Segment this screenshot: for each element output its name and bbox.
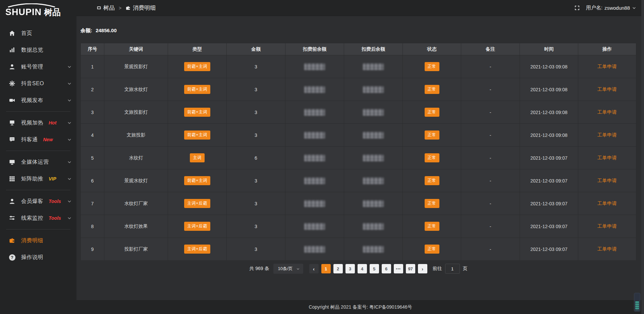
- cell-time: 2021-12-03 09:07: [520, 169, 578, 192]
- cell-action: 工单申请: [578, 78, 636, 101]
- wallet-icon: [9, 237, 15, 244]
- work-order-link[interactable]: 工单申请: [597, 223, 617, 229]
- sidebar-item-tag: Hot: [49, 120, 56, 125]
- cell-action: 工单申请: [578, 55, 636, 78]
- logo-text-cn: 树品: [44, 7, 61, 18]
- goto-unit: 页: [463, 266, 468, 272]
- sidebar-item-label: 数据总览: [21, 47, 43, 54]
- sidebar-item-3[interactable]: 抖音SEO: [0, 75, 76, 92]
- cell-time: 2021-12-03 09:08: [520, 55, 578, 78]
- cell-remark: -: [461, 55, 520, 78]
- consumption-table: 序号关键词类型金额扣费前余额扣费后余额状态备注时间操作 1景观投影灯前霸+主词3…: [80, 43, 636, 261]
- cell-pre-balance: [285, 55, 344, 78]
- sidebar-item-tag: VIP: [49, 176, 56, 181]
- sidebar-item-9[interactable]: 会员爆客Tools: [0, 193, 76, 210]
- column-header: 操作: [578, 43, 636, 55]
- blurred-value: [363, 132, 384, 139]
- type-badge: 前霸+主词: [184, 176, 210, 185]
- work-order-link[interactable]: 工单申请: [597, 64, 617, 69]
- heat-icon: [9, 119, 15, 126]
- sidebar-item-8[interactable]: 矩阵助推VIP: [0, 170, 76, 187]
- page-button-3[interactable]: 3: [345, 264, 355, 273]
- content: 余额: 24856.00 序号关键词类型金额扣费前余额扣费后余额状态备注时间操作…: [76, 16, 644, 300]
- cell-index: 1: [81, 55, 104, 78]
- chevron-down-icon: [67, 137, 72, 142]
- page-button-4[interactable]: 4: [358, 264, 367, 273]
- column-header: 序号: [81, 43, 104, 55]
- work-order-link[interactable]: 工单申请: [597, 246, 617, 252]
- work-order-link[interactable]: 工单申请: [597, 201, 617, 206]
- work-order-link[interactable]: 工单申请: [597, 155, 617, 160]
- cell-time: 2021-12-03 09:07: [520, 215, 578, 238]
- cell-post-balance: [344, 238, 403, 261]
- more-pages-button[interactable]: •••: [394, 264, 403, 273]
- fullscreen-icon[interactable]: [574, 5, 580, 11]
- blurred-value: [363, 63, 384, 70]
- page-button-97[interactable]: 97: [406, 264, 415, 273]
- sidebar-item-1[interactable]: 数据总览: [0, 42, 76, 58]
- work-order-link[interactable]: 工单申请: [597, 132, 617, 138]
- type-badge: 主词+后霸: [184, 245, 210, 254]
- sidebar-item-7[interactable]: 全媒体运营: [0, 154, 76, 170]
- blurred-value: [304, 63, 325, 70]
- next-page-button[interactable]: ›: [418, 264, 427, 273]
- status-badge: 正常: [425, 85, 439, 94]
- floating-widget[interactable]: [634, 293, 640, 312]
- topbar: 树品 > 消费明细 用户名: zswodun88: [76, 0, 644, 16]
- chevron-down-icon: [296, 267, 300, 271]
- work-order-link[interactable]: 工单申请: [597, 178, 617, 183]
- cell-status: 正常: [403, 215, 461, 238]
- prev-page-button[interactable]: ‹: [309, 264, 319, 273]
- sidebar-item-label: 矩阵助推: [21, 175, 43, 182]
- username-value: zswodun88: [604, 5, 630, 11]
- cell-amount: 3: [227, 78, 285, 101]
- cell-keyword: 文旅投影: [104, 124, 168, 147]
- sidebar-item-12[interactable]: ?操作说明: [0, 249, 76, 266]
- page-button-5[interactable]: 5: [370, 264, 379, 273]
- cell-type: 主词+后霸: [168, 215, 227, 238]
- page-size-select[interactable]: 10条/页: [273, 264, 303, 274]
- goto-page-input[interactable]: [445, 264, 460, 274]
- sidebar-item-2[interactable]: 账号管理: [0, 58, 76, 75]
- cell-pre-balance: [285, 215, 344, 238]
- footer: Copyright 树品 2021 备案号: 粤ICP备09019646号: [76, 300, 644, 314]
- sidebar-item-10[interactable]: 线索监控Tools: [0, 210, 76, 226]
- sidebar-item-label: 视频发布: [21, 97, 43, 104]
- cell-remark: -: [461, 238, 520, 261]
- sidebar-item-label: 操作说明: [21, 254, 43, 261]
- blurred-value: [363, 200, 384, 207]
- page-scrollbar[interactable]: [641, 0, 644, 314]
- work-order-link[interactable]: 工单申请: [597, 109, 617, 115]
- page-button-2[interactable]: 2: [333, 264, 343, 273]
- cell-amount: 3: [227, 192, 285, 215]
- cell-action: 工单申请: [578, 192, 636, 215]
- cell-type: 主词+后霸: [168, 192, 227, 215]
- cell-time: 2021-12-03 09:07: [520, 192, 578, 215]
- chevron-down-icon: [67, 160, 72, 164]
- type-badge: 前霸+主词: [184, 130, 210, 140]
- sidebar-divider: [6, 229, 70, 229]
- blurred-value: [304, 132, 325, 139]
- sidebar-item-0[interactable]: 首页: [0, 25, 76, 42]
- blurred-value: [304, 177, 325, 184]
- table-body: 1景观投影灯前霸+主词3正常-2021-12-03 09:08工单申请2文旅水纹…: [81, 55, 636, 261]
- sidebar-item-11[interactable]: 消费明细: [0, 232, 76, 249]
- breadcrumb-item-home[interactable]: 树品: [97, 4, 115, 12]
- user-menu[interactable]: 用户名: zswodun88: [586, 5, 636, 11]
- chevron-down-icon: [67, 216, 72, 220]
- sidebar-item-6[interactable]: 抖客通New: [0, 131, 76, 148]
- cell-keyword: 文旅投影灯: [104, 101, 168, 124]
- cell-post-balance: [344, 78, 403, 101]
- page-button-1[interactable]: 1: [321, 264, 331, 273]
- status-badge: 正常: [425, 153, 439, 162]
- sidebar-item-4[interactable]: 视频发布: [0, 92, 76, 109]
- cell-post-balance: [344, 55, 403, 78]
- cell-status: 正常: [403, 238, 461, 261]
- blurred-value: [363, 177, 384, 184]
- cell-index: 8: [81, 215, 104, 238]
- cell-time: 2021-12-03 09:08: [520, 124, 578, 147]
- page-button-6[interactable]: 6: [382, 264, 391, 273]
- sidebar-item-5[interactable]: 视频加热Hot: [0, 114, 76, 131]
- cell-type: 前霸+主词: [168, 101, 227, 124]
- work-order-link[interactable]: 工单申请: [597, 87, 617, 92]
